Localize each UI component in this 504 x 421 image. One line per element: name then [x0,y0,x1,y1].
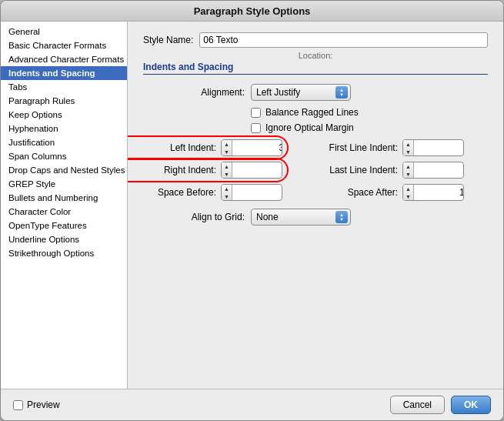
left-indent-row: Left Indent: ▲ ▼ [143,139,282,156]
left-indent-input[interactable] [232,142,282,153]
indent-left-col: Left Indent: ▲ ▼ Right Indent: [143,139,282,201]
space-after-row: Space After: ▲ ▼ [305,184,464,201]
sidebar-item-basic-char[interactable]: Basic Character Formats [1,38,127,52]
location-row: Location: [143,51,488,60]
preview-row: Preview [13,399,60,410]
sidebar: General Basic Character Formats Advanced… [1,22,128,389]
sidebar-item-drop-caps[interactable]: Drop Caps and Nested Styles [1,163,127,177]
sidebar-item-opentype[interactable]: OpenType Features [1,219,127,232]
space-after-label: Space After: [305,187,398,198]
alignment-select-wrap: Left Justify Left Center Right Full Just… [251,84,351,101]
style-name-row: Style Name: [143,32,488,48]
first-line-indent-input[interactable] [414,142,464,153]
last-line-indent-input[interactable] [414,165,464,175]
title-bar: Paragraph Style Options [1,1,503,22]
indent-right-col: First Line Indent: ▲ ▼ Last Line Indent: [305,139,464,201]
last-line-indent-label: Last Line Indent: [305,165,398,175]
paragraph-style-options-dialog: Paragraph Style Options General Basic Ch… [0,0,504,421]
first-line-indent-up[interactable]: ▲ [403,140,413,148]
space-before-arrows: ▲ ▼ [222,185,232,200]
main-panel: Style Name: Location: Indents and Spacin… [128,22,503,389]
ok-button[interactable]: OK [451,396,491,414]
space-after-up[interactable]: ▲ [403,185,413,192]
last-line-indent-row: Last Line Indent: ▲ ▼ [305,162,464,179]
align-to-grid-select-wrap: None All Lines First Line Only [251,209,351,226]
last-line-indent-arrows: ▲ ▼ [403,162,414,178]
alignment-label: Alignment: [143,87,251,98]
sidebar-item-underline[interactable]: Underline Options [1,232,127,246]
align-to-grid-row: Align to Grid: None All Lines First Line… [143,209,488,226]
left-indent-down[interactable]: ▼ [222,148,232,155]
left-indent-up[interactable]: ▲ [222,140,232,148]
align-to-grid-select[interactable]: None All Lines First Line Only [251,209,351,226]
ignore-optical-checkbox[interactable] [251,123,261,133]
alignment-row: Alignment: Left Justify Left Center Righ… [143,84,488,101]
style-name-label: Style Name: [143,35,193,45]
left-indent-spinner: ▲ ▼ [221,139,282,156]
first-line-indent-down[interactable]: ▼ [403,148,413,155]
sidebar-item-span-columns[interactable]: Span Columns [1,149,127,163]
first-line-indent-row: First Line Indent: ▲ ▼ [305,139,464,156]
right-indent-label: Right Indent: [143,165,216,175]
right-indent-arrows: ▲ ▼ [222,162,232,178]
first-line-indent-label: First Line Indent: [305,142,398,153]
sidebar-item-bullets[interactable]: Bullets and Numbering [1,191,127,205]
first-line-indent-spinner: ▲ ▼ [402,139,464,156]
sidebar-item-indents[interactable]: Indents and Spacing [1,66,127,80]
style-name-input[interactable] [199,32,488,48]
sidebar-item-general[interactable]: General [1,25,127,38]
dialog-title: Paragraph Style Options [194,5,311,17]
last-line-indent-spinner: ▲ ▼ [402,162,464,179]
space-before-input[interactable] [232,187,282,198]
space-after-arrows: ▲ ▼ [403,185,414,200]
right-indent-row: Right Indent: ▲ ▼ [143,162,282,179]
sidebar-item-advanced-char[interactable]: Advanced Character Formats [1,52,127,66]
space-after-input[interactable] [414,187,464,198]
left-indent-label: Left Indent: [143,142,216,153]
balance-ragged-label: Balance Ragged Lines [265,107,359,118]
sidebar-item-grep[interactable]: GREP Style [1,177,127,191]
ignore-optical-label: Ignore Optical Margin [265,122,354,133]
right-indent-input[interactable] [232,165,282,175]
balance-ragged-row: Balance Ragged Lines [251,107,488,118]
align-to-grid-label: Align to Grid: [143,212,251,222]
space-before-row: Space Before: ▲ ▼ [143,184,282,201]
last-line-indent-down[interactable]: ▼ [403,170,413,178]
sidebar-item-justification[interactable]: Justification [1,135,127,149]
preview-label: Preview [27,399,60,410]
sidebar-item-hyphenation[interactable]: Hyphenation [1,122,127,135]
balance-ragged-checkbox[interactable] [251,108,261,118]
sidebar-item-strikethrough[interactable]: Strikethrough Options [1,246,127,260]
sidebar-item-keep-options[interactable]: Keep Options [1,108,127,122]
first-line-indent-arrows: ▲ ▼ [403,140,414,155]
cancel-button[interactable]: Cancel [390,396,445,414]
right-indent-up[interactable]: ▲ [222,162,232,170]
location-label: Location: [299,51,333,60]
preview-checkbox[interactable] [13,400,23,410]
last-line-indent-up[interactable]: ▲ [403,162,413,170]
sidebar-item-tabs[interactable]: Tabs [1,80,127,94]
space-after-spinner: ▲ ▼ [402,184,464,201]
dialog-footer: Preview Cancel OK [1,389,503,420]
space-before-label: Space Before: [143,187,216,198]
left-indent-arrows: ▲ ▼ [222,140,232,155]
sidebar-item-char-color[interactable]: Character Color [1,205,127,219]
alignment-select[interactable]: Left Justify Left Center Right Full Just… [251,84,351,101]
right-indent-down[interactable]: ▼ [222,170,232,178]
sidebar-item-para-rules[interactable]: Paragraph Rules [1,94,127,108]
section-title: Indents and Spacing [143,62,488,75]
ignore-optical-row: Ignore Optical Margin [251,122,488,133]
space-before-up[interactable]: ▲ [222,185,232,192]
space-before-spinner: ▲ ▼ [221,184,282,201]
right-indent-spinner: ▲ ▼ [221,162,282,179]
space-after-down[interactable]: ▼ [403,192,413,200]
space-before-down[interactable]: ▼ [222,192,232,200]
